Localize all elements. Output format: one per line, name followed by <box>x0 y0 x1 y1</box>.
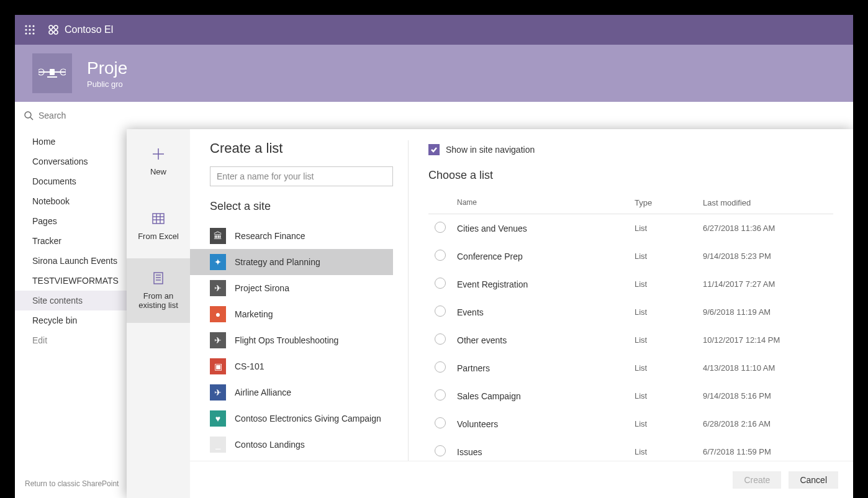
cancel-button[interactable]: Cancel <box>789 471 838 489</box>
sidebar-item[interactable]: TESTVIEWFORMATS <box>15 271 139 291</box>
col-type-header: Type <box>635 198 703 207</box>
list-row-radio[interactable] <box>435 278 446 289</box>
search-row <box>15 102 853 129</box>
list-row[interactable]: Event RegistrationList11/14/2017 7:27 AM <box>428 270 833 298</box>
list-row[interactable]: Conference PrepList9/14/2018 5:23 PM <box>428 242 833 270</box>
sidebar-item[interactable]: Conversations <box>15 152 139 171</box>
list-row[interactable]: Sales CampaignList9/14/2018 5:16 PM <box>428 382 833 410</box>
list-name-input[interactable] <box>210 166 393 186</box>
left-nav: HomeConversationsDocumentsNotebookPagesT… <box>15 129 139 498</box>
site-item[interactable]: 🏛Research Finance <box>190 223 393 249</box>
site-icon: ✦ <box>210 254 226 270</box>
list-table-head: Name Type Last modified <box>428 192 833 214</box>
site-icon: ♥ <box>210 410 226 427</box>
list-row[interactable]: VolunteersList6/28/2018 2:16 AM <box>428 410 833 438</box>
site-item-label: Airline Alliance <box>235 387 291 397</box>
svg-point-6 <box>25 32 27 34</box>
site-item[interactable]: ●Marketing <box>190 301 393 327</box>
brand: Contoso El <box>47 24 113 36</box>
brand-text: Contoso El <box>65 24 113 35</box>
svg-point-1 <box>29 25 30 27</box>
list-row-modified: 10/12/2017 12:14 PM <box>703 335 833 345</box>
create-button[interactable]: Create <box>733 471 781 489</box>
rail-new-label: New <box>150 167 166 176</box>
site-item-label: Project Sirona <box>235 283 289 293</box>
site-item-label: Marketing <box>235 309 273 319</box>
list-row-type: List <box>635 251 703 261</box>
sidebar-item[interactable]: Pages <box>15 211 139 231</box>
list-row-modified: 9/14/2018 5:23 PM <box>703 251 833 261</box>
list-row-name: Other events <box>457 335 635 345</box>
page-title: Proje <box>87 58 127 78</box>
rail-from-excel[interactable]: From Excel <box>127 194 190 258</box>
list-row[interactable]: PartnersList4/13/2018 11:10 AM <box>428 354 833 382</box>
svg-rect-17 <box>50 69 55 75</box>
site-icon: ▣ <box>210 358 226 374</box>
list-row-name: Event Registration <box>457 279 635 289</box>
site-item[interactable]: ✈Flight Ops Troubleshooting <box>190 327 393 353</box>
list-row-radio[interactable] <box>435 445 446 456</box>
list-row[interactable]: Other eventsList10/12/2017 12:14 PM <box>428 326 833 354</box>
search-input[interactable] <box>38 111 844 120</box>
svg-point-0 <box>25 25 27 27</box>
svg-point-11 <box>49 30 53 34</box>
list-row-modified: 4/13/2018 11:10 AM <box>703 363 833 373</box>
sidebar-item[interactable]: Sirona Launch Events <box>15 251 139 271</box>
list-row-radio[interactable] <box>435 361 446 373</box>
sidebar-item[interactable]: Notebook <box>15 191 139 211</box>
site-item[interactable]: ✦Strategy and Planning <box>190 249 393 275</box>
svg-point-9 <box>49 25 53 29</box>
rail-from-existing[interactable]: From an existing list <box>127 258 190 323</box>
site-item[interactable]: ▣CS-101 <box>190 353 393 379</box>
show-in-nav-label: Show in site navigation <box>446 145 535 155</box>
list-row-radio[interactable] <box>435 306 446 317</box>
site-item-label: Strategy and Planning <box>235 257 320 267</box>
site-icon: ⎯ <box>210 437 226 453</box>
list-row-modified: 11/14/2017 7:27 AM <box>703 279 833 289</box>
rail-excel-label: From Excel <box>138 232 179 241</box>
sidebar-item[interactable]: Site contents <box>15 291 139 310</box>
svg-point-8 <box>32 32 34 34</box>
svg-point-12 <box>54 30 58 34</box>
list-row-name: Conference Prep <box>457 251 635 261</box>
sidebar-item[interactable]: Tracker <box>15 231 139 251</box>
sidebar-item[interactable]: Documents <box>15 171 139 191</box>
site-item-label: Research Finance <box>235 231 305 241</box>
site-item[interactable]: ✈Airline Alliance <box>190 379 393 405</box>
rail-new[interactable]: New <box>127 129 190 194</box>
list-row-modified: 9/6/2018 11:19 AM <box>703 307 833 317</box>
site-header: Proje Public gro <box>15 45 853 102</box>
list-row-type: List <box>635 224 703 233</box>
site-icon: ● <box>210 306 226 322</box>
show-in-nav-checkbox[interactable] <box>428 144 440 155</box>
sidebar-item[interactable]: Recycle bin <box>15 310 139 330</box>
brand-icon <box>47 24 60 36</box>
svg-rect-32 <box>154 273 163 284</box>
list-row-radio[interactable] <box>435 417 446 428</box>
svg-point-5 <box>32 29 34 30</box>
return-classic-link[interactable]: Return to classic SharePoint <box>25 479 119 488</box>
site-item[interactable]: ♥Contoso Electronics Giving Campaign <box>190 405 393 432</box>
list-row-type: List <box>635 419 703 428</box>
site-item[interactable]: ✈Project Sirona <box>190 275 393 301</box>
list-row-radio[interactable] <box>435 222 446 233</box>
site-icon: ✈ <box>210 280 226 296</box>
svg-rect-22 <box>47 76 57 78</box>
site-logo <box>32 53 72 93</box>
site-item[interactable]: ⎯Contoso Landings <box>190 432 393 458</box>
topbar: Contoso El <box>15 15 853 45</box>
site-subtitle: Public gro <box>87 79 127 89</box>
list-row[interactable]: EventsList9/6/2018 11:19 AM <box>428 298 833 326</box>
panel-title: Create a list <box>210 140 393 156</box>
list-row[interactable]: Cities and VenuesList6/27/2018 11:36 AM <box>428 214 833 242</box>
sidebar-item[interactable]: Home <box>15 132 139 152</box>
list-row-radio[interactable] <box>435 389 446 401</box>
list-row-modified: 6/28/2018 2:16 AM <box>703 419 833 428</box>
list-row-radio[interactable] <box>435 333 446 345</box>
list-table: Name Type Last modified Cities and Venue… <box>428 192 833 461</box>
app-launcher-button[interactable] <box>20 20 40 40</box>
sidebar-item[interactable]: Edit <box>15 330 139 350</box>
list-row-radio[interactable] <box>435 250 446 261</box>
list-row[interactable]: IssuesList6/7/2018 11:59 PM <box>428 438 833 461</box>
list-row-type: List <box>635 307 703 317</box>
